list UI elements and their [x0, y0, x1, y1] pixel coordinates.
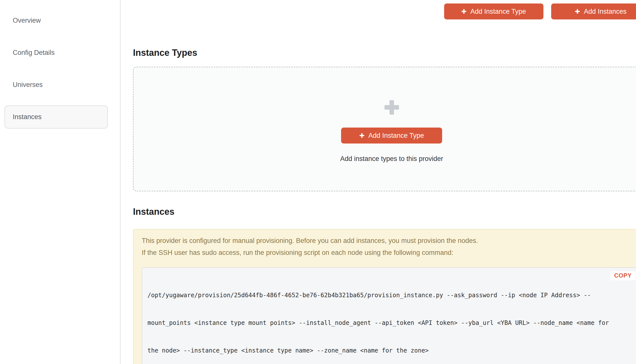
plus-icon: ✚ — [575, 8, 580, 15]
empty-state-caption: Add instance types to this provider — [340, 155, 443, 163]
provision-command-line: /opt/yugaware/provision/25d644fb-486f-46… — [147, 291, 609, 300]
add-instances-button[interactable]: ✚ Add Instances — [551, 4, 636, 20]
sidebar-item-instances[interactable]: Instances — [5, 106, 108, 128]
provision-command-codeblock: /opt/yugaware/provision/25d644fb-486f-46… — [142, 267, 636, 364]
empty-state-add-instance-type-label: Add Instance Type — [368, 132, 424, 140]
plus-icon: ✚ — [359, 132, 364, 139]
instance-types-heading: Instance Types — [133, 47, 636, 58]
plus-icon: ✚ — [461, 8, 467, 15]
provision-command-line: mount_points <instance type mount points… — [147, 318, 609, 328]
sidebar-item-universes[interactable]: Universes — [5, 73, 108, 96]
alert-line-1: This provider is configured for manual p… — [142, 236, 636, 246]
add-instance-type-button-label: Add Instance Type — [470, 8, 526, 16]
sidebar-item-config-details[interactable]: Config Details — [5, 41, 108, 64]
manual-provisioning-alert: This provider is configured for manual p… — [133, 229, 636, 364]
instances-heading: Instances — [133, 206, 636, 217]
empty-state-add-instance-type-button[interactable]: ✚ Add Instance Type — [341, 128, 442, 144]
sidebar: Overview Config Details Universes Instan… — [0, 0, 120, 364]
plus-icon — [384, 100, 399, 114]
add-instances-button-label: Add Instances — [584, 8, 626, 16]
instance-types-empty-state: ✚ Add Instance Type Add instance types t… — [133, 67, 636, 191]
copy-button[interactable]: COPY — [610, 271, 635, 280]
add-instance-type-button[interactable]: ✚ Add Instance Type — [444, 4, 543, 20]
main-content: ✚ Add Instance Type ✚ Add Instances Inst… — [120, 0, 636, 364]
provision-command-line: the node> --instance_type <instance type… — [147, 346, 609, 355]
sidebar-item-overview[interactable]: Overview — [5, 9, 108, 32]
action-toolbar: ✚ Add Instance Type ✚ Add Instances — [133, 4, 636, 20]
alert-line-2: If the SSH user has sudo access, run the… — [142, 248, 636, 257]
provider-nav: Overview Config Details Universes Instan… — [0, 9, 120, 128]
